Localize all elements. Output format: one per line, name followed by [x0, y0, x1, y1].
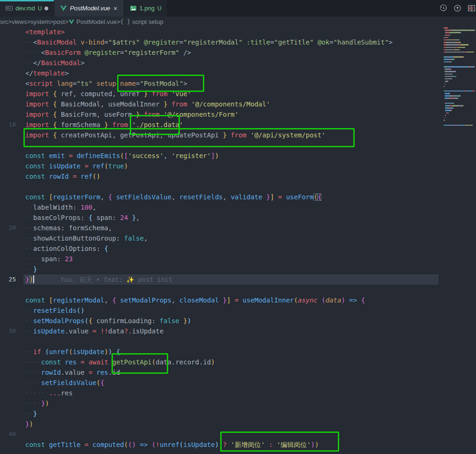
code-line-29[interactable]: ··setModalProps({ confirmLoading: false …	[0, 316, 476, 326]
code-line-14[interactable]: const isUpdate = ref(true)	[0, 161, 476, 171]
breadcrumb-item-src[interactable]: src	[0, 18, 8, 25]
breadcrumb-item-system[interactable]: system	[30, 18, 50, 25]
code-line-3[interactable]: ····<BasicForm @register="registerForm" …	[0, 47, 476, 58]
code-line-28[interactable]: ··resetFields()	[0, 305, 476, 316]
image-icon	[130, 5, 137, 12]
timeline-icon[interactable]	[439, 4, 447, 12]
line-number: 30	[0, 326, 16, 336]
highlight-box-script-name-postmodal	[117, 75, 204, 92]
line-number: 10	[0, 120, 16, 130]
code-line-4[interactable]: ··</BasicModal>	[0, 58, 476, 68]
tab-label: 1.png	[140, 5, 155, 12]
highlight-box-api-import-line	[23, 128, 355, 147]
code-line-39[interactable]: })	[0, 419, 476, 429]
tab-label: PostModel.vue	[70, 5, 110, 12]
breadcrumb-item-PostModel.vue[interactable]: PostModel.vue	[68, 18, 117, 25]
code-line-32[interactable]: ··if (unref(isUpdate)) {	[0, 347, 476, 357]
code-line-5[interactable]: </template>	[0, 68, 476, 78]
breadcrumb-item-post[interactable]: post	[53, 18, 65, 25]
braces-icon: { }	[120, 18, 131, 25]
tab-label: dev.md	[15, 5, 35, 12]
code-line-21[interactable]: ··showActionButtonGroup: false,	[0, 233, 476, 243]
git-blame-annotation: You, 前天 • feat: ✨ post init	[60, 276, 172, 283]
code-line-9[interactable]: import { BasicForm, useForm } from '@/co…	[0, 109, 476, 120]
breadcrumb-item-views[interactable]: views	[12, 18, 27, 25]
vue-icon	[68, 19, 74, 25]
code-line-19[interactable]: ··baseColProps: { span: 24 },	[0, 212, 476, 223]
editor-actions	[439, 0, 476, 16]
breadcrumb-separator: >	[8, 18, 12, 25]
code-line-7[interactable]: import { ref, computed, unref } from 'vu…	[0, 89, 476, 99]
code-line-38[interactable]: ··}	[0, 409, 476, 419]
breadcrumb-separator: >	[117, 18, 120, 25]
text-cursor	[33, 275, 34, 283]
code-line-22[interactable]: ··actionColOptions: {	[0, 243, 476, 254]
code-line-25[interactable]: 25})You, 前天 • feat: ✨ post init	[0, 274, 476, 285]
git-status-badge: U	[38, 5, 42, 12]
code-line-18[interactable]: ··labelWidth: 100,	[0, 202, 476, 212]
code-line-2[interactable]: ··<BasicModal v-bind="$attrs" @register=…	[0, 37, 476, 47]
vscode-window: dev.mdUPostModel.vue×1.pngU src>views>sy…	[0, 0, 476, 454]
split-editor-icon[interactable]	[468, 4, 476, 12]
code-line-8[interactable]: import { BasicModal, useModalInner } fro…	[0, 99, 476, 109]
tab-PostModel.vue[interactable]: PostModel.vue×	[54, 0, 124, 16]
code-line-1[interactable]: <template>	[0, 27, 476, 37]
code-line-37[interactable]: ····})	[0, 398, 476, 409]
run-icon[interactable]	[454, 4, 461, 12]
markdown-icon	[6, 5, 13, 12]
breadcrumb-separator: >	[65, 18, 68, 25]
breadcrumb-separator: >	[27, 18, 30, 25]
vue-icon	[60, 5, 67, 12]
breadcrumb: src>views>system>post>PostModel.vue>{ }s…	[0, 16, 476, 27]
line-number: 20	[0, 223, 16, 233]
close-icon[interactable]: ×	[113, 5, 118, 12]
code-line-17[interactable]: const [registerForm, { setFieldsValue, r…	[0, 192, 476, 202]
code-editor[interactable]: <template>··<BasicModal v-bind="$attrs" …	[0, 27, 476, 454]
highlight-box-title-ternary	[220, 431, 339, 452]
code-line-15[interactable]: const rowId = ref()	[0, 171, 476, 182]
line-number: 40	[0, 429, 16, 439]
line-number: 25	[0, 274, 16, 285]
code-line-35[interactable]: ····setFieldsValue({	[0, 378, 476, 388]
code-line-27[interactable]: const [registerModal, { setModalProps, c…	[0, 295, 476, 305]
code-line-34[interactable]: ····rowId.value = res.id	[0, 367, 476, 378]
highlight-box-get-post-api-call	[112, 353, 168, 374]
tab-bar: dev.mdUPostModel.vue×1.pngU	[0, 0, 476, 16]
code-line-36[interactable]: ······...res	[0, 388, 476, 398]
code-line-6[interactable]: <script lang="ts" setup name="PostModal"…	[0, 78, 476, 89]
breadcrumb-separator: >	[50, 18, 53, 25]
breadcrumb-item-script-setup[interactable]: { }script setup	[120, 18, 164, 25]
code-line-31[interactable]	[0, 336, 476, 347]
code-line-20[interactable]: 20··schemas: formSchema,	[0, 223, 476, 233]
code-lines: <template>··<BasicModal v-bind="$attrs" …	[0, 27, 476, 450]
tab-1.png[interactable]: 1.pngU	[124, 0, 168, 16]
code-line-30[interactable]: 30··isUpdate.value = !!data?.isUpdate	[0, 326, 476, 336]
code-line-16[interactable]	[0, 182, 476, 192]
code-line-33[interactable]: ····const res = await getPostApi(data.re…	[0, 357, 476, 367]
tab-dev.md[interactable]: dev.mdU	[0, 0, 54, 16]
code-line-26[interactable]	[0, 285, 476, 295]
code-line-13[interactable]: const emit = defineEmits(['success', 're…	[0, 151, 476, 161]
dirty-indicator-icon	[45, 7, 48, 10]
minimap[interactable]	[444, 27, 475, 127]
code-line-24[interactable]: ··}	[0, 264, 476, 274]
code-line-23[interactable]: ····span: 23	[0, 254, 476, 264]
git-status-badge: U	[157, 5, 162, 12]
